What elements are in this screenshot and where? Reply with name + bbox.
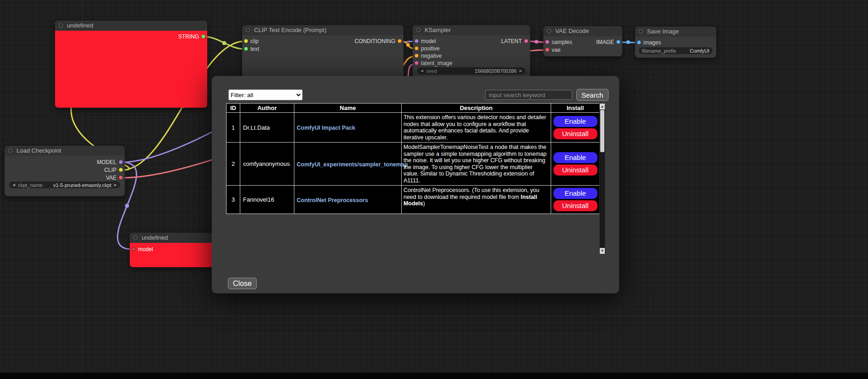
node-vae-decode[interactable]: VAE Decode samples vae IMAGE [543,26,622,56]
node-header[interactable]: VAE Decode [543,26,622,36]
node-header[interactable]: CLIP Text Encode (Prompt) [242,25,404,35]
collapse-dot-icon[interactable] [547,29,551,33]
image-output-dot[interactable] [616,40,620,44]
column-header-name: Name [294,104,402,113]
ckpt-name-widget[interactable]: ◀ ckpt_name v1-5-pruned-emaonly.ckpt ▶ [9,181,120,188]
extension-link[interactable]: ComfyUI Impact Pack [297,125,355,131]
slot-label: positive [421,45,440,52]
table-row: 3 Fannovel16 ControlNet Preprocessors Co… [227,186,600,214]
seed-decrement-icon[interactable]: ◀ [420,67,423,74]
collapse-dot-icon[interactable] [8,148,12,153]
scrollbar-thumb[interactable] [600,110,604,152]
column-header-id: ID [227,104,240,113]
node-graph-canvas[interactable]: undefined STRING CLIP Text Encode (Promp… [0,0,868,379]
positive-input-dot[interactable] [415,46,419,50]
column-header-author: Author [240,104,294,113]
uninstall-button[interactable]: Uninstall [553,200,597,211]
search-input[interactable] [485,90,572,100]
slot-label: MODEL [97,159,116,165]
search-button[interactable]: Search [576,89,608,101]
row-install-cell: Enable Uninstall [551,143,600,186]
extension-link[interactable]: ComfyUI_experiments/sampler_tonemap [297,161,408,168]
node-title: Save Image [647,27,679,37]
node-header[interactable]: undefined [55,21,207,31]
node-load-checkpoint[interactable]: Load Checkpoint MODEL CLIP VAE ◀ ckpt_na… [5,146,125,196]
input-slot-negative: negative [413,52,530,60]
uninstall-button[interactable]: Uninstall [553,128,597,139]
input-slot-model: model [130,246,216,253]
text-input-dot[interactable] [244,47,248,51]
collapse-dot-icon[interactable] [416,28,420,32]
enable-button[interactable]: Enable [553,116,597,127]
filename-prefix-value: ComfyUI [690,48,709,54]
seed-widget[interactable]: ◀ seed 156680208700286 ▶ [417,67,525,74]
scroll-down-icon[interactable]: ▼ [600,248,605,254]
row-author: Dr.Lt.Data [240,113,294,143]
images-input-dot[interactable] [637,40,641,44]
node-title: KSampler [425,25,451,35]
ckpt-next-icon[interactable]: ▶ [114,181,117,188]
node-undefined-top[interactable]: undefined STRING [55,21,207,108]
slot-label: VAE [106,175,116,181]
description-text: ControlNet Preprocessors. (To use this e… [404,187,539,200]
row-id: 1 [227,113,240,143]
enable-button[interactable]: Enable [553,152,597,163]
string-output-dot[interactable] [201,34,205,38]
node-save-image[interactable]: Save Image images filename_prefix ComfyU… [635,27,716,58]
input-slot-vae: vae [543,46,622,54]
row-id: 3 [227,186,240,214]
extension-link[interactable]: ControlNet Preprocessors [297,197,368,203]
row-author: comfyanonymous [240,143,294,186]
collapse-dot-icon[interactable] [133,236,138,240]
enable-button[interactable]: Enable [553,188,597,199]
model-input-dot[interactable] [132,247,136,251]
column-header-install: Install [551,104,600,113]
slot-label: IMAGE [596,39,614,45]
seed-increment-icon[interactable]: ▶ [520,67,522,74]
clip-output-dot[interactable] [119,168,123,172]
row-description: This extension offers various detector n… [402,113,551,143]
filename-prefix-widget[interactable]: filename_prefix ComfyUI [639,47,713,54]
collapse-dot-icon[interactable] [246,28,250,32]
link-midpoint-dot [406,43,410,47]
slot-label: images [643,39,661,46]
node-undefined-bottom[interactable]: undefined model [130,233,216,267]
node-title: Load Checkpoint [17,146,61,156]
slot-label: CLIP [104,167,116,173]
node-header[interactable]: undefined [130,233,216,243]
conditioning-output-dot[interactable] [398,39,402,43]
latent-image-input-dot[interactable] [415,61,419,65]
row-install-cell: Enable Uninstall [551,113,600,143]
vae-input-dot[interactable] [545,48,549,52]
slot-label: vae [552,47,560,53]
slot-label: LATENT [501,38,522,44]
vae-output-dot[interactable] [119,176,123,180]
table-scrollbar[interactable]: ▲ ▼ [599,103,605,254]
scroll-up-icon[interactable]: ▲ [600,104,605,110]
output-slot-string: STRING [55,33,207,40]
negative-input-dot[interactable] [415,54,419,58]
node-header[interactable]: Load Checkpoint [5,146,125,156]
collapse-dot-icon[interactable] [59,23,63,27]
row-description: ControlNet Preprocessors. (To use this e… [402,186,551,214]
output-slot-latent: LATENT [413,38,530,45]
row-description: ModelSamplerTonemapNoiseTest a node that… [402,143,551,186]
node-header[interactable]: Save Image [635,27,716,37]
slot-label: text [250,46,259,52]
close-button[interactable]: Close [228,278,257,289]
output-slot-clip: CLIP [5,166,125,174]
table-row: 1 Dr.Lt.Data ComfyUI Impact Pack This ex… [227,113,600,143]
latent-output-dot[interactable] [524,39,528,43]
ckpt-previous-icon[interactable]: ◀ [12,181,15,188]
table-header-row: ID Author Name Description Install [227,104,600,113]
model-output-dot[interactable] [119,160,123,164]
node-ksampler[interactable]: KSampler model positive negative latent_… [413,25,530,79]
filter-select[interactable]: Filter: all [228,89,303,100]
slot-label: CONDITIONING [354,38,395,44]
collapse-dot-icon[interactable] [639,29,643,33]
input-slot-text: text [242,45,404,53]
uninstall-button[interactable]: Uninstall [553,165,597,176]
manager-dialog: Filter: all Search ID Author Name Descri… [212,76,619,293]
node-header[interactable]: KSampler [413,25,530,35]
filename-prefix-label: filename_prefix [642,48,676,54]
